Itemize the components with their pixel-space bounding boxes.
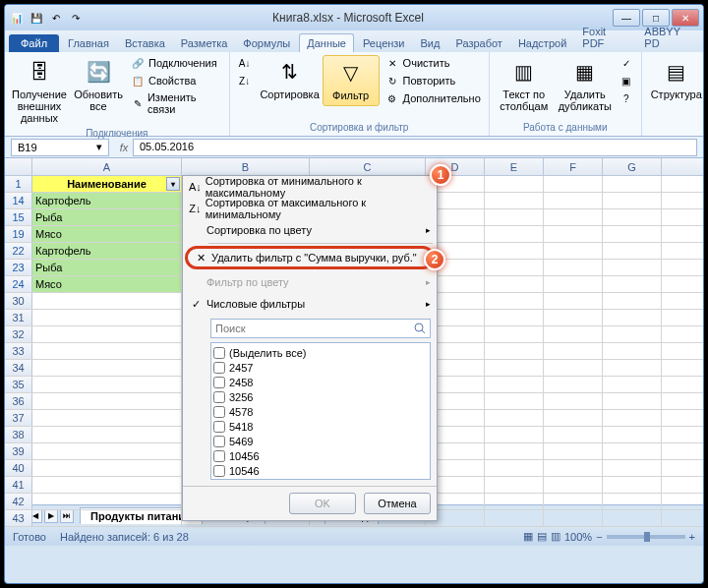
clear-filter-item[interactable]: ✕Удалить фильтр с "Сумма выручки, руб." …: [185, 246, 435, 269]
cell[interactable]: [485, 494, 544, 509]
cell[interactable]: Мясо: [32, 226, 182, 242]
cell[interactable]: [603, 243, 662, 259]
col-header-e[interactable]: E: [485, 158, 544, 175]
filter-value-item[interactable]: 5469: [213, 434, 428, 448]
zoom-in-icon[interactable]: +: [689, 531, 695, 543]
cell[interactable]: [544, 293, 603, 309]
cell[interactable]: [603, 443, 662, 459]
ok-button[interactable]: OK: [289, 493, 356, 514]
cell[interactable]: [544, 393, 603, 409]
clear-filter-button[interactable]: ✕Очистить: [384, 55, 483, 71]
row-header[interactable]: 42: [5, 494, 32, 509]
cell[interactable]: [32, 510, 182, 526]
cell[interactable]: [544, 360, 603, 376]
cell[interactable]: [485, 176, 544, 192]
cell[interactable]: Картофель: [32, 243, 182, 259]
cell[interactable]: [603, 360, 662, 376]
filter-value-item[interactable]: 5418: [213, 419, 428, 434]
row-header[interactable]: 24: [5, 276, 32, 292]
undo-icon[interactable]: ↶: [48, 10, 64, 26]
view-normal-icon[interactable]: ▦: [523, 530, 533, 543]
cell[interactable]: [485, 393, 544, 409]
cell[interactable]: [603, 460, 662, 476]
tab-addins[interactable]: Надстрой: [511, 34, 573, 52]
row-header[interactable]: 36: [5, 393, 32, 409]
cell[interactable]: [544, 343, 603, 359]
consolidate-button[interactable]: ▣: [618, 73, 635, 88]
cell[interactable]: [603, 343, 662, 359]
cell[interactable]: [485, 477, 544, 493]
cell[interactable]: [485, 427, 544, 442]
row-header[interactable]: 37: [5, 410, 32, 426]
col-header-g[interactable]: G: [603, 158, 662, 175]
col-header-b[interactable]: B: [182, 158, 310, 175]
sort-desc-button[interactable]: Z↓: [236, 73, 254, 88]
tab-developer[interactable]: Разработ: [448, 34, 508, 52]
cell[interactable]: [544, 443, 603, 459]
tab-home[interactable]: Главная: [61, 34, 116, 52]
cell[interactable]: [485, 326, 544, 342]
cell[interactable]: [485, 243, 544, 259]
cell[interactable]: [485, 460, 544, 476]
row-header[interactable]: 43: [5, 510, 32, 526]
cell[interactable]: [544, 243, 603, 259]
cell[interactable]: [485, 209, 544, 225]
row-header[interactable]: 35: [5, 377, 32, 392]
cell[interactable]: [485, 360, 544, 376]
row-header[interactable]: 19: [5, 226, 32, 242]
cell[interactable]: [32, 377, 182, 392]
text-to-columns-button[interactable]: ▥Текст по столбцам: [496, 55, 553, 114]
cell[interactable]: [485, 193, 544, 208]
tab-formulas[interactable]: Формулы: [236, 34, 297, 52]
tab-view[interactable]: Вид: [414, 34, 447, 52]
select-all-corner[interactable]: [5, 158, 32, 175]
sort-asc-button[interactable]: A↓: [236, 55, 254, 71]
whatif-button[interactable]: ?: [618, 90, 635, 106]
cell[interactable]: [544, 494, 603, 509]
row-header[interactable]: 38: [5, 427, 32, 442]
properties-button[interactable]: 📋Свойства: [129, 73, 223, 88]
connections-button[interactable]: 🔗Подключения: [129, 55, 223, 71]
cell[interactable]: [485, 377, 544, 392]
cell[interactable]: [485, 443, 544, 459]
tab-abbyy[interactable]: ABBYY PD: [637, 23, 703, 52]
cell[interactable]: [32, 360, 182, 376]
redo-icon[interactable]: ↷: [68, 10, 84, 26]
cell[interactable]: [32, 460, 182, 476]
spreadsheet-grid[interactable]: A B C D E F G 1Наименование▾Дата▾Сумма в…: [5, 158, 703, 504]
cell[interactable]: [544, 260, 603, 275]
sort-button[interactable]: ⇅Сортировка: [262, 55, 319, 106]
filter-value-item[interactable]: 4578: [213, 404, 428, 419]
edit-links-button[interactable]: ✎Изменить связи: [129, 90, 223, 116]
header-cell[interactable]: Наименование▾: [32, 176, 182, 192]
cell[interactable]: [603, 377, 662, 392]
row-header[interactable]: 15: [5, 209, 32, 225]
chevron-down-icon[interactable]: ▾: [96, 141, 102, 153]
filter-value-item[interactable]: 2458: [213, 375, 428, 389]
cell[interactable]: [485, 293, 544, 309]
sort-ascending-item[interactable]: A↓Сортировка от минимального к максималь…: [183, 176, 437, 198]
cell[interactable]: [544, 326, 603, 342]
cell[interactable]: [603, 226, 662, 242]
zoom-level[interactable]: 100%: [564, 531, 592, 543]
cell[interactable]: [603, 494, 662, 509]
cell[interactable]: [603, 193, 662, 208]
cell[interactable]: [544, 176, 603, 192]
cell[interactable]: [544, 226, 603, 242]
row-header[interactable]: 14: [5, 193, 32, 208]
data-validation-button[interactable]: ✓: [618, 55, 635, 71]
tab-data[interactable]: Данные: [299, 33, 354, 52]
cell[interactable]: [603, 260, 662, 275]
advanced-button[interactable]: ⚙Дополнительно: [384, 90, 483, 106]
zoom-slider[interactable]: [607, 535, 685, 539]
cell[interactable]: [32, 410, 182, 426]
cell[interactable]: [603, 310, 662, 325]
select-all-checkbox[interactable]: (Выделить все): [213, 345, 428, 360]
cell[interactable]: [603, 510, 662, 526]
view-break-icon[interactable]: ▥: [551, 530, 560, 543]
cell[interactable]: [32, 443, 182, 459]
cell[interactable]: [603, 209, 662, 225]
get-external-data-button[interactable]: 🗄Получение внешних данных: [11, 55, 68, 126]
cell[interactable]: [544, 209, 603, 225]
cell[interactable]: [603, 410, 662, 426]
